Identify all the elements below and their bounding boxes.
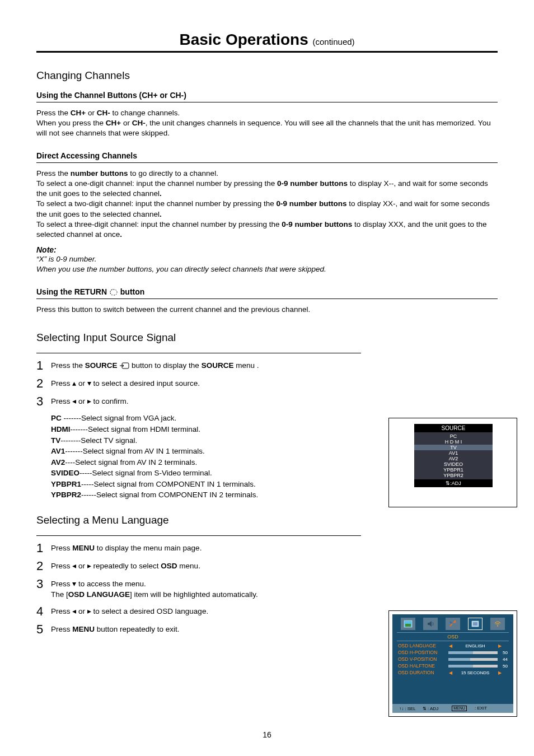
source-menu-footer: ⇅:ADJ — [414, 479, 493, 487]
da-p1: Press the number buttons to go directly … — [36, 169, 498, 179]
source-item: AV1 — [414, 450, 493, 456]
osd-footer-exit: MENU : EXIT — [445, 706, 487, 711]
osd-tabs — [392, 614, 513, 631]
osd-tab-sound-icon — [423, 618, 438, 630]
title-main: Basic Operations — [179, 31, 312, 48]
page-title: Basic Operations (continued) — [36, 31, 498, 53]
source-item: YPBPR1 — [414, 467, 493, 473]
page: Basic Operations (continued) Changing Ch… — [0, 0, 534, 657]
osd-footer-sel: ↑↓ : SEL — [399, 706, 416, 711]
osd-row: OSD LANGUAGE ◀ENGLISH▶ — [398, 642, 508, 649]
svg-rect-2 — [405, 624, 411, 627]
osd-row: OSD H-POSITION 50 — [398, 649, 508, 656]
da-p4: To select a three-digit channel: input t… — [36, 220, 498, 240]
osd-menu-panel: OSD OSD LANGUAGE ◀ENGLISH▶ OSD H-POSITIO… — [392, 614, 513, 713]
step: 2Press ◂ or ▸ repeatedly to select OSD m… — [36, 559, 498, 573]
osd-menu-figure: OSD OSD LANGUAGE ◀ENGLISH▶ OSD H-POSITIO… — [388, 610, 517, 717]
channel-buttons-subheading: Using the Channel Buttons (CH+ or CH-) — [36, 91, 498, 102]
rule — [36, 353, 361, 353]
ch-p2: When you press the CH+ or CH-, the unit … — [36, 118, 498, 138]
step: 1Press MENU to display the menu main pag… — [36, 542, 498, 555]
return-button-subheading: Using the RETURN button — [36, 287, 498, 299]
return-icon — [109, 289, 118, 296]
return-post: button — [118, 287, 144, 296]
source-item: YPBPR2 — [414, 473, 493, 478]
osd-footer-adj: ⇅ : ADJ — [423, 706, 438, 711]
da-p3: To select a two-digit channel: input the… — [36, 199, 498, 219]
return-p: Press this button to switch between the … — [36, 305, 498, 315]
step: 3Press ▾ to access the menu.The [OSD LAN… — [36, 577, 498, 600]
step-1-text: Press the SOURCE button to display the S… — [51, 359, 259, 371]
osd-footer: ↑↓ : SEL ⇅ : ADJ MENU : EXIT — [392, 704, 513, 713]
ch-p1: Press the CH+ or CH- to change channels. — [36, 108, 498, 118]
source-item: H D M I — [414, 439, 493, 445]
source-menu-title: SOURCE — [414, 424, 493, 432]
step-2-text: Press ▴ or ▾ to select a desired input s… — [51, 377, 200, 389]
step-3-text: Press ◂ or ▸ to confirm. — [51, 395, 129, 407]
direct-access-subheading: Direct Accessing Channels — [36, 151, 498, 163]
osd-tab-picture-icon — [401, 618, 415, 630]
source-item: AV2 — [414, 456, 493, 461]
osd-tab-setup-icon — [446, 618, 460, 630]
osd-tab-signal-icon — [490, 618, 505, 630]
source-item-selected: TV — [414, 445, 493, 450]
source-item: PC — [414, 433, 493, 439]
osd-row: OSD HALFTONE 50 — [398, 662, 508, 669]
page-number: 16 — [0, 730, 534, 739]
source-item: SVIDEO — [414, 461, 493, 467]
osd-rows: OSD LANGUAGE ◀ENGLISH▶ OSD H-POSITION 50… — [392, 641, 513, 677]
title-continued: (continued) — [313, 37, 355, 46]
menu-language-heading: Selecting a Menu Language — [36, 514, 498, 526]
step: 1 Press the SOURCE button to display the… — [36, 359, 498, 372]
osd-tab-osd-icon — [468, 618, 483, 630]
note-label: Note: — [36, 245, 498, 254]
changing-channels-heading: Changing Channels — [36, 69, 498, 82]
osd-menu-label: OSD — [392, 634, 513, 640]
step: 3Press ◂ or ▸ to confirm. — [36, 395, 498, 408]
note-1: “X” is 0-9 number. — [36, 254, 498, 264]
da-p2: To select a one-digit channel: input the… — [36, 179, 498, 199]
step: 2Press ▴ or ▾ to select a desired input … — [36, 377, 498, 390]
rule — [36, 535, 361, 536]
osd-row: OSD V-POSITION 44 — [398, 656, 508, 662]
source-menu-panel: SOURCE PC H D M I TV AV1 AV2 SVIDEO YPBP… — [414, 424, 493, 487]
note-2: When you use the number buttons, you can… — [36, 264, 498, 274]
input-source-steps: 1 Press the SOURCE button to display the… — [36, 359, 498, 409]
return-pre: Using the RETURN — [36, 287, 109, 296]
osd-row: OSD DURATION ◀15 SECONDS▶ — [398, 669, 508, 676]
source-menu-items: PC H D M I TV AV1 AV2 SVIDEO YPBPR1 YPBP… — [414, 432, 493, 479]
input-source-heading: Selecting Input Source Signal — [36, 332, 498, 344]
source-menu-figure: SOURCE PC H D M I TV AV1 AV2 SVIDEO YPBP… — [388, 418, 517, 507]
source-icon — [119, 362, 129, 369]
